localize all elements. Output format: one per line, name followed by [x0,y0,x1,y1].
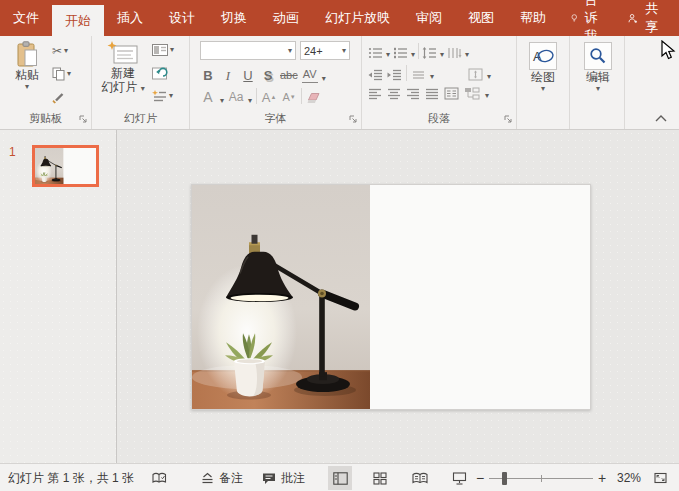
text-shadow-button[interactable]: S [260,66,276,83]
tab-review[interactable]: 审阅 [403,0,455,36]
normal-view-icon [333,472,348,485]
cut-scissors-icon: ✂ [52,44,62,58]
columns-button[interactable] [444,87,459,100]
text-direction-button[interactable] [447,47,462,59]
paragraph-dialog-launcher[interactable] [503,114,513,124]
format-painter-button[interactable] [52,91,65,104]
smartart-arrow[interactable]: ▾ [485,92,489,100]
tab-animations[interactable]: 动画 [260,0,312,36]
new-slide-button[interactable]: 新建 幻灯片 ▾ [100,41,146,94]
tabbar-right-group: 告诉我 共享 [559,0,679,36]
bold-button[interactable]: B [200,66,216,83]
character-spacing-arrow[interactable]: ▾ [322,75,326,83]
font-color-button[interactable]: A [200,88,216,105]
status-bar: 幻灯片 第 1 张，共 1 张 备注 批注 [0,463,679,491]
share-button[interactable]: 共享 [616,0,675,36]
font-dialog-launcher[interactable] [348,114,358,124]
numbering-arrow[interactable]: ▾ [411,51,415,59]
tab-help[interactable]: 帮助 [507,0,559,36]
cut-button[interactable]: ✂ ▾ [52,44,68,58]
paste-dropdown-arrow[interactable]: ▾ [25,83,29,91]
slide-1[interactable] [191,184,591,410]
slide-empty-area[interactable] [370,185,590,409]
paste-button[interactable]: 粘贴 ▾ [6,41,48,91]
collapse-ribbon-chevron[interactable] [655,115,667,122]
line-spacing-arrow[interactable]: ▾ [440,51,444,59]
drawing-dropdown-arrow[interactable]: ▾ [541,85,545,93]
notes-toggle[interactable]: 备注 [201,464,243,491]
vertical-align-arrow[interactable]: ▾ [487,73,491,81]
zoom-level[interactable]: 32% [617,471,641,485]
thumbnail-photo [35,148,64,184]
align-text-arrow[interactable]: ▾ [430,73,434,81]
italic-button[interactable]: I [220,66,236,83]
normal-view-button[interactable] [328,466,352,490]
justify-button[interactable] [425,88,439,100]
mouse-cursor [661,40,677,60]
increase-indent-button[interactable] [387,69,402,81]
align-right-button[interactable] [406,88,420,100]
shrink-font-button[interactable]: A▼ [281,88,297,105]
lamp-photo[interactable] [192,185,370,409]
powerpoint-window: 文件 开始 插入 设计 切换 动画 幻灯片放映 审阅 视图 帮助 告诉我 [0,0,679,491]
decrease-indent-button[interactable] [368,69,383,81]
numbering-button[interactable] [393,47,408,59]
font-size-combo[interactable]: 24+ ▾ [300,41,350,60]
clear-formatting-button[interactable] [306,92,321,105]
align-center-button[interactable] [387,88,401,100]
fit-slide-to-window-button[interactable] [653,471,668,485]
zoom-in-button[interactable]: + [597,470,607,486]
tab-slideshow[interactable]: 幻灯片放映 [312,0,403,36]
slide-sorter-view-button[interactable] [368,466,392,490]
slide-sorter-icon [373,472,387,485]
tab-home[interactable]: 开始 [52,5,104,36]
tab-view[interactable]: 视图 [455,0,507,36]
change-case-arrow[interactable]: ▾ [248,97,252,105]
vertical-align-button[interactable] [468,68,483,81]
copy-button[interactable]: ▾ [52,67,71,81]
character-spacing-button[interactable]: AV [302,66,318,83]
editing-canvas[interactable] [117,130,679,463]
align-text-button[interactable] [411,69,426,81]
reset-slide-button[interactable] [152,66,169,81]
change-case-button[interactable]: Aa [228,88,244,105]
proofing-status[interactable] [152,464,167,491]
slide-1-thumbnail[interactable] [32,145,99,187]
slideshow-icon [452,472,467,485]
editing-button[interactable]: 编辑 ▾ [579,42,617,93]
line-spacing-button[interactable] [422,47,437,59]
zoom-out-button[interactable]: − [475,470,485,486]
underline-button[interactable]: U [240,66,256,83]
font-color-arrow[interactable]: ▾ [220,97,224,105]
strikethrough-button[interactable]: abc [280,66,298,83]
ribbon: 粘贴 ▾ ✂ ▾ ▾ 剪贴板 [0,36,679,130]
bullets-button[interactable] [368,47,383,59]
tab-transitions[interactable]: 切换 [208,0,260,36]
zoom-slider-handle[interactable] [502,472,507,485]
comments-toggle[interactable]: 批注 [262,464,305,491]
slideshow-view-button[interactable] [447,466,471,490]
tab-insert[interactable]: 插入 [104,0,156,36]
tab-design[interactable]: 设计 [156,0,208,36]
editing-dropdown-arrow[interactable]: ▾ [596,85,600,93]
group-font: ▾ 24+ ▾ B I U S abc AV ▾ A ▾ Aa ▾ A▲ [190,36,362,129]
layout-icon [152,44,168,56]
align-left-button[interactable] [368,88,382,100]
section-button[interactable]: ▾ [152,89,173,102]
smartart-convert-button[interactable] [464,87,480,100]
grow-font-button[interactable]: A▲ [261,88,277,105]
layout-button[interactable]: ▾ [152,44,174,56]
clipboard-dialog-launcher[interactable] [78,114,88,124]
text-direction-arrow[interactable]: ▾ [465,51,469,59]
drawing-icon: A [532,47,554,65]
comments-bubble-icon [262,472,276,485]
group-slides: 新建 幻灯片 ▾ ▾ [92,36,190,129]
reset-icon [152,66,169,81]
bullets-arrow[interactable]: ▾ [386,51,390,59]
font-name-combo[interactable]: ▾ [200,41,296,60]
tab-file[interactable]: 文件 [0,0,52,36]
zoom-slider[interactable] [489,471,593,485]
drawing-button[interactable]: A 绘图 ▾ [524,42,562,93]
slide-counter[interactable]: 幻灯片 第 1 张，共 1 张 [8,464,134,491]
reading-view-button[interactable] [408,466,432,490]
